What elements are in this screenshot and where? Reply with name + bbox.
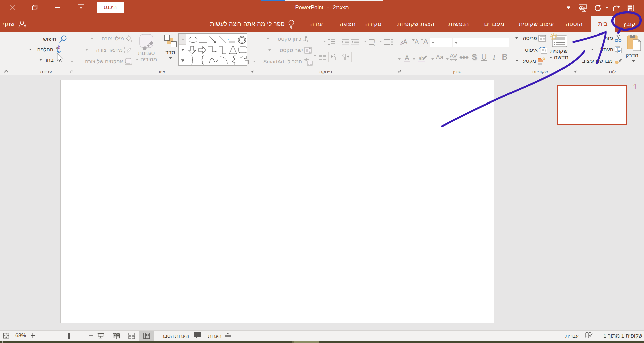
text-highlight-button[interactable]: ab [416,52,426,62]
tab-insert[interactable]: הוספה [561,14,587,32]
collapse-ribbon-button[interactable] [4,70,8,73]
replace-button[interactable]: a b a c החלפה [28,45,64,54]
ltr-direction-button[interactable] [331,53,340,60]
start-from-beginning-button[interactable] [578,4,588,12]
gallery-more-button[interactable] [179,55,186,65]
change-case-button[interactable]: Aa [435,53,445,61]
format-painter-button[interactable]: מברשת עיצוב [582,57,622,65]
font-size-combobox[interactable] [430,38,452,47]
bullets-caret[interactable] [379,41,382,42]
tab-view[interactable]: תצוגה [337,14,358,32]
shape-right-arrow[interactable] [198,46,207,54]
layout-button[interactable]: פריסה [515,34,546,42]
shape-rectangle[interactable] [199,37,207,43]
shrink-font-button[interactable]: A [411,38,419,45]
font-color-caret[interactable] [398,58,401,60]
shape-triangle[interactable] [229,45,237,54]
highlight-caret[interactable] [413,58,415,60]
shape-elbow-arrow[interactable] [208,46,217,54]
change-case-caret[interactable] [431,58,434,60]
columns-caret[interactable] [314,55,316,57]
increase-indent-button[interactable] [341,39,350,45]
zoom-slider-track[interactable] [37,336,86,336]
drawing-dialog-launcher[interactable] [69,70,73,73]
shape-arrow[interactable] [209,36,217,43]
tab-slideshow[interactable]: הצגת שקופיות [392,14,440,32]
fit-slide-button[interactable] [3,333,9,339]
cut-button[interactable]: גזור [604,34,622,42]
language-status[interactable]: עברית [565,333,579,339]
gallery-scroll-up[interactable] [179,34,186,44]
shape-donut[interactable] [238,36,246,44]
find-button[interactable]: חיפוש [38,35,67,43]
shape-freeform[interactable] [240,56,249,64]
justify-button[interactable] [354,53,363,61]
numbering-button[interactable]: 1 2 3 [368,38,377,46]
spacing-caret[interactable] [446,58,449,60]
slide-canvas[interactable] [60,80,494,323]
save-button[interactable] [625,4,635,12]
slide-thumbnail[interactable] [557,85,627,125]
shape-fill-button[interactable]: מילוי צורה [90,35,132,43]
spellcheck-button[interactable] [584,332,593,339]
align-text-button[interactable]: ישר טקסט [268,46,313,54]
shape-effects-button[interactable]: אפקטים של צורה [70,58,133,66]
slideshow-view-button[interactable] [97,332,105,339]
quick-styles-button[interactable]: סגנונות מהירים [134,34,158,65]
line-spacing-caret[interactable] [323,41,326,42]
align-center-button[interactable] [373,53,382,61]
decrease-indent-button[interactable] [351,39,359,45]
underline-button[interactable]: U [480,53,488,61]
align-left-button[interactable] [364,53,373,61]
paragraph-dialog-launcher[interactable] [251,70,254,73]
clear-formatting-button[interactable]: A [399,38,407,45]
shape-scribble[interactable] [231,55,237,65]
comments-button[interactable]: הערות הסבר [162,333,189,339]
align-right-button[interactable] [383,53,392,61]
undo-dropdown[interactable] [605,6,609,9]
zoom-out-button[interactable] [88,335,93,337]
font-dialog-launcher[interactable] [397,70,401,73]
shape-outline-button[interactable]: מיתאר צורה [85,46,132,54]
text-shadow-button[interactable]: S [470,53,478,61]
thumbnail-panel-divider[interactable] [547,75,547,330]
tab-design[interactable]: עיצוב שקופית [517,14,556,32]
convert-smartart-button[interactable]: המר ל- SmartArt [252,57,313,66]
notes-button[interactable]: הערות [208,333,222,339]
shape-left-brace[interactable] [200,55,205,65]
undo-button[interactable] [593,4,602,12]
line-spacing-button[interactable] [327,38,336,46]
numbering-caret[interactable] [364,41,367,42]
select-button[interactable]: בחר [38,56,64,64]
tab-home[interactable]: בית [591,16,615,32]
zoom-in-button[interactable] [30,332,35,338]
reading-view-button[interactable] [112,332,121,339]
redo-button[interactable] [611,4,621,12]
tab-transitions[interactable]: מעברים [479,14,510,32]
shape-rounded-rectangle[interactable] [238,46,247,53]
customize-qat-button[interactable] [565,3,572,11]
zoom-slider-handle[interactable] [68,333,70,339]
comments-icon-wrap[interactable] [193,332,201,340]
shape-line[interactable] [219,36,226,43]
notes-icon-wrap[interactable] [224,332,231,339]
shape-curve[interactable] [209,57,218,64]
clipboard-dialog-launcher[interactable] [574,70,577,73]
reset-button[interactable]: איפוס [520,46,547,54]
slide-sorter-view-button[interactable] [127,332,136,339]
strikethrough-button[interactable]: abe [459,53,469,61]
character-spacing-button[interactable]: AV [449,52,458,62]
tab-help[interactable]: עזרה [307,14,326,32]
font-name-combobox[interactable] [453,38,509,47]
tab-file[interactable]: קובץ [618,14,640,32]
shape-elbow-connector[interactable] [218,46,226,54]
text-direction-button[interactable]: A כיוון טקסט [266,35,312,43]
share-button[interactable]: שתף [3,14,26,32]
columns-button[interactable] [318,53,326,61]
shape-down-arrow[interactable] [188,46,196,54]
bullets-button[interactable] [383,38,393,46]
italic-button[interactable]: I [490,53,498,61]
new-slide-button[interactable]: שקופית חדשה [547,33,571,67]
arrange-button[interactable]: סדר [162,34,178,65]
gallery-scroll-down[interactable] [179,44,186,55]
